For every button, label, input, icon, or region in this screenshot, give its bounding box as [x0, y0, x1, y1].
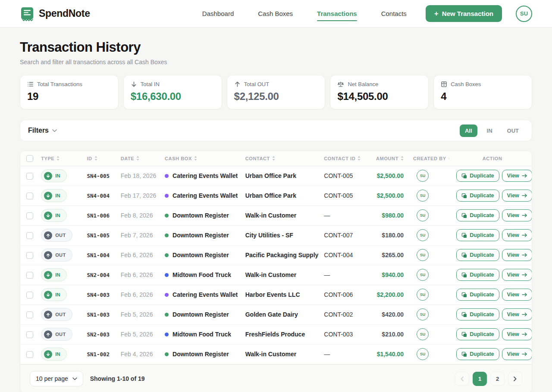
duplicate-button[interactable]: Duplicate [456, 328, 499, 340]
contact-name: Walk-in Customer [242, 265, 321, 285]
new-transaction-label: New Transaction [442, 10, 493, 17]
sort-icon [94, 156, 97, 161]
row-checkbox[interactable] [26, 232, 33, 239]
column-header-id[interactable]: ID [87, 156, 92, 161]
new-transaction-button[interactable]: + New Transaction [426, 5, 502, 22]
duplicate-button[interactable]: Duplicate [456, 209, 499, 221]
next-page-button[interactable] [508, 372, 522, 386]
nav-item-transactions[interactable]: Transactions [317, 1, 357, 26]
filter-tab-out[interactable]: OUT [502, 124, 524, 137]
view-label: View [507, 173, 519, 179]
row-checkbox[interactable] [26, 173, 33, 180]
sort-icon [401, 156, 404, 161]
column-header-created-by[interactable]: Created By [413, 156, 446, 161]
column-header-type[interactable]: Type [41, 156, 54, 161]
stat-label: Total OUT [244, 81, 270, 87]
row-checkbox[interactable] [26, 252, 33, 259]
top-navigation-bar: SpendNote Dashboard Cash Boxes Transacti… [0, 0, 552, 28]
row-checkbox[interactable] [26, 193, 33, 199]
cashbox-name: Midtown Food Truck [172, 271, 231, 278]
arrow-up-circle-icon [44, 251, 52, 259]
view-button[interactable]: View [502, 170, 532, 182]
contact-name: Harbor Events LLC [242, 285, 321, 305]
prev-page-button[interactable] [455, 372, 469, 386]
type-badge-in: IN [41, 189, 67, 202]
arrow-down-circle-icon [44, 192, 52, 200]
user-avatar[interactable]: SU [516, 6, 532, 22]
transaction-date: Feb 17, 2026 [117, 186, 161, 205]
type-label: IN [55, 292, 60, 297]
view-button[interactable]: View [502, 269, 532, 281]
duplicate-label: Duplicate [470, 351, 494, 357]
transaction-id: SN2-003 [83, 324, 117, 344]
contact-id: — [320, 205, 365, 225]
column-header-date[interactable]: Date [121, 156, 135, 161]
brand-name: SpendNote [39, 8, 90, 19]
cashbox-name: Downtown Register [172, 252, 229, 258]
chevron-right-icon [514, 376, 517, 381]
duplicate-button[interactable]: Duplicate [456, 269, 499, 281]
duplicate-button[interactable]: Duplicate [456, 249, 499, 261]
view-button[interactable]: View [502, 308, 532, 320]
duplicate-button[interactable]: Duplicate [456, 190, 499, 202]
view-button[interactable]: View [502, 289, 532, 301]
contact-id: CONT-004 [320, 245, 365, 265]
transaction-id: SN1-005 [83, 225, 117, 245]
contact-name: Walk-in Customer [242, 344, 321, 364]
column-header-contact[interactable]: Contact [245, 156, 270, 161]
duplicate-button[interactable]: Duplicate [456, 170, 499, 182]
view-label: View [507, 193, 519, 199]
table-footer: 10 per page Showing 1-10 of 19 1 2 [20, 364, 532, 392]
column-header-action: Action [483, 156, 502, 161]
duplicate-button[interactable]: Duplicate [456, 229, 499, 241]
view-button[interactable]: View [502, 348, 532, 360]
creator-avatar: SU [417, 190, 429, 202]
pagination: 1 2 [455, 372, 522, 386]
sort-icon [358, 156, 361, 161]
row-checkbox[interactable] [26, 331, 33, 338]
filters-label: Filters [28, 127, 49, 134]
row-checkbox[interactable] [26, 272, 33, 279]
type-label: IN [55, 193, 60, 198]
select-all-checkbox[interactable] [26, 155, 33, 162]
type-badge-out: OUT [41, 229, 72, 242]
view-button[interactable]: View [502, 229, 532, 241]
transaction-id: SN1-006 [83, 205, 117, 225]
page-button-1[interactable]: 1 [473, 372, 487, 386]
column-header-cash-box[interactable]: Cash Box [165, 156, 192, 161]
nav-item-dashboard[interactable]: Dashboard [202, 1, 234, 26]
transaction-id: SN1-004 [83, 245, 117, 265]
nav-item-cash-boxes[interactable]: Cash Boxes [258, 1, 293, 26]
row-checkbox[interactable] [26, 212, 33, 219]
row-checkbox[interactable] [26, 311, 33, 318]
view-button[interactable]: View [502, 190, 532, 202]
per-page-select[interactable]: 10 per page [30, 371, 83, 386]
brand[interactable]: SpendNote [20, 6, 90, 21]
duplicate-button[interactable]: Duplicate [456, 289, 499, 301]
filter-tab-in[interactable]: IN [482, 124, 498, 137]
duplicate-label: Duplicate [470, 311, 494, 317]
column-header-amount[interactable]: Amount [376, 156, 398, 161]
nav-item-contacts[interactable]: Contacts [381, 1, 407, 26]
page-button-2[interactable]: 2 [490, 372, 505, 386]
row-checkbox[interactable] [26, 351, 33, 358]
showing-range-text: Showing 1-10 of 19 [90, 375, 145, 382]
transaction-date: Feb 6, 2026 [117, 245, 161, 265]
creator-avatar: SU [417, 328, 429, 340]
filter-tab-all[interactable]: All [460, 124, 477, 137]
column-header-contact-id[interactable]: Contact ID [324, 156, 355, 161]
chevron-down-icon [72, 377, 77, 380]
transaction-amount: $1,540.00 [366, 344, 407, 364]
arrow-right-icon [522, 312, 527, 317]
filters-toggle[interactable]: Filters [28, 127, 57, 134]
duplicate-button[interactable]: Duplicate [456, 348, 499, 360]
creator-avatar: SU [417, 348, 429, 360]
view-button[interactable]: View [502, 249, 532, 261]
view-button[interactable]: View [502, 209, 532, 221]
transaction-date: Feb 6, 2026 [117, 265, 161, 285]
duplicate-button[interactable]: Duplicate [456, 308, 499, 320]
row-checkbox[interactable] [26, 292, 33, 299]
arrow-down-icon [131, 81, 137, 87]
stat-value: 19 [27, 90, 111, 103]
view-button[interactable]: View [502, 328, 532, 340]
